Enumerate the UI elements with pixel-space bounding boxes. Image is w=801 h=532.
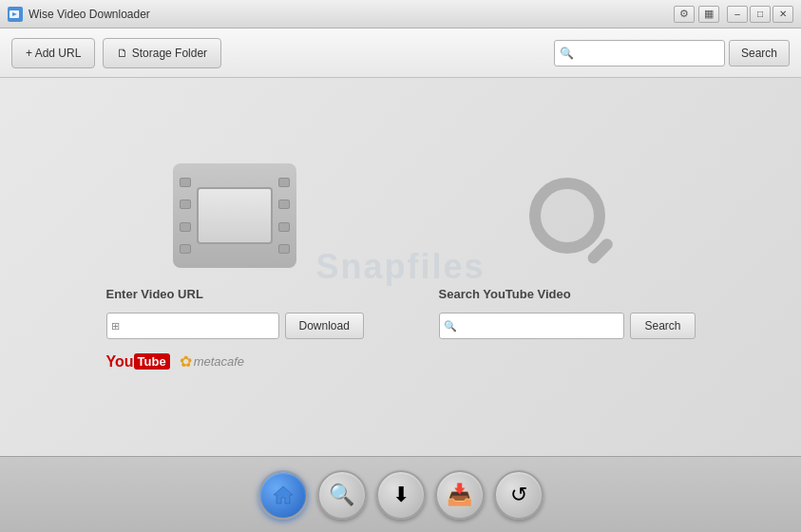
nav-search-button[interactable]: 🔍 xyxy=(317,470,367,520)
download-panel: Enter Video URL ⊞ Download YouTube ✿ met… xyxy=(106,163,363,370)
toolbar-search-icon: 🔍 xyxy=(560,47,574,60)
toolbar-search-area: 🔍 Search xyxy=(554,40,790,66)
video-url-input[interactable] xyxy=(106,313,279,339)
toolbar-search-wrapper: 🔍 xyxy=(554,40,725,66)
search-panel-title: Search YouTube Video xyxy=(439,287,571,301)
url-input-row: ⊞ Download xyxy=(106,313,363,339)
search-icon-large xyxy=(505,163,629,268)
panels-container: Enter Video URL ⊞ Download YouTube ✿ met… xyxy=(87,144,715,390)
film-icon xyxy=(173,163,296,268)
nav-downloaded-button[interactable]: 📥 xyxy=(435,470,485,520)
film-hole xyxy=(180,178,191,187)
main-content: Snapfiles xyxy=(0,78,801,456)
download-button[interactable]: Download xyxy=(285,313,364,339)
brand-logos: YouTube ✿ metacafe xyxy=(106,352,245,370)
app-icon xyxy=(8,7,23,22)
add-url-button[interactable]: + Add URL xyxy=(11,38,95,68)
magnifier xyxy=(529,178,605,254)
metacafe-logo: ✿ metacafe xyxy=(180,352,244,370)
title-bar-settings: ⚙ ▦ xyxy=(674,6,719,23)
film-hole xyxy=(180,244,191,254)
film-hole xyxy=(278,244,290,254)
toolbar-search-button[interactable]: Search xyxy=(729,40,790,66)
youtube-you: You xyxy=(106,353,134,370)
search-panel: Search YouTube Video 🔍 Search xyxy=(439,163,696,352)
window-controls: – □ ✕ xyxy=(727,6,793,23)
search-input-row: 🔍 Search xyxy=(439,313,696,339)
metacafe-bird: ✿ xyxy=(180,352,192,370)
film-hole xyxy=(278,222,290,232)
youtube-logo: YouTube xyxy=(106,353,170,370)
magnifier-circle xyxy=(529,178,605,254)
nav-home-button[interactable] xyxy=(258,470,308,520)
film-hole xyxy=(278,200,290,209)
metacafe-text: metacafe xyxy=(194,354,244,369)
film-hole xyxy=(278,178,290,187)
film-holes-right xyxy=(276,163,293,268)
nav-download-button[interactable]: ⬇ xyxy=(376,470,426,520)
app-title: Wise Video Downloader xyxy=(29,8,674,21)
film-holes-left xyxy=(177,163,194,268)
film-hole xyxy=(180,200,191,209)
close-button[interactable]: ✕ xyxy=(772,6,793,23)
film-screen xyxy=(197,187,273,244)
search-url-input[interactable] xyxy=(439,313,625,339)
bottom-nav-bar: 🔍⬇📥↺ xyxy=(0,456,801,532)
film-hole xyxy=(180,222,191,232)
toolbar: + Add URL 🗋 Storage Folder 🔍 Search xyxy=(0,28,801,78)
download-panel-title: Enter Video URL xyxy=(106,287,203,301)
minimize-button[interactable]: – xyxy=(727,6,748,23)
youtube-tube: Tube xyxy=(134,353,170,370)
maximize-button[interactable]: □ xyxy=(750,6,771,23)
search-input-icon: 🔍 xyxy=(444,320,457,332)
url-input-icon: ⊞ xyxy=(111,320,120,332)
nav-refresh-button[interactable]: ↺ xyxy=(494,470,544,520)
tiles-button[interactable]: ▦ xyxy=(698,6,719,23)
url-input-wrapper: ⊞ xyxy=(106,313,279,339)
storage-folder-button[interactable]: 🗋 Storage Folder xyxy=(103,38,221,68)
settings-button[interactable]: ⚙ xyxy=(674,6,695,23)
toolbar-search-input[interactable] xyxy=(554,40,725,66)
search-input-wrapper: 🔍 xyxy=(439,313,625,339)
title-bar: Wise Video Downloader ⚙ ▦ – □ ✕ xyxy=(0,0,801,28)
search-button[interactable]: Search xyxy=(630,313,695,339)
